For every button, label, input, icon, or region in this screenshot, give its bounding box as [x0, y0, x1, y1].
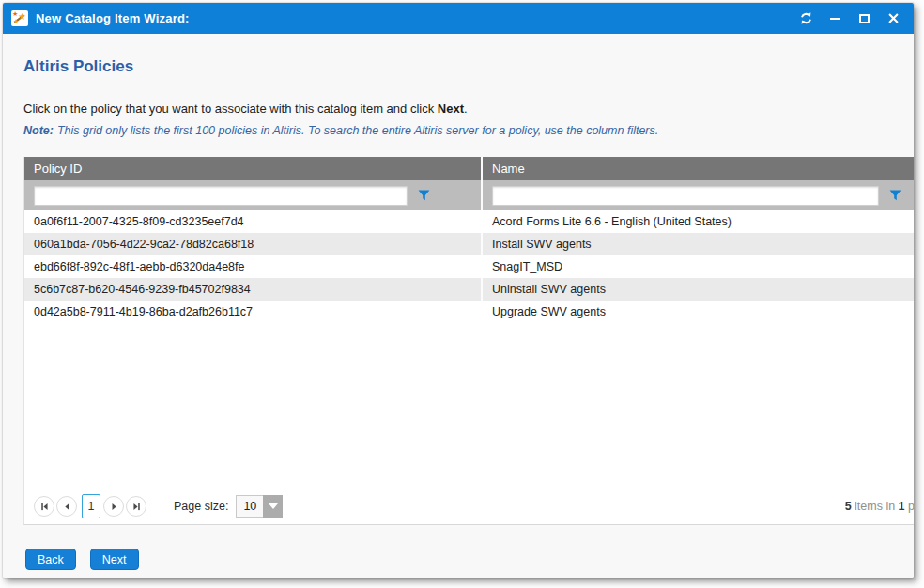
name-cell[interactable]: Acord Forms Lite 6.6 - English (United S…: [483, 210, 914, 233]
last-page-icon: [132, 503, 141, 511]
page-size-select[interactable]: 10: [236, 495, 283, 518]
pages-count: 1: [899, 500, 905, 513]
page-size-label: Page size:: [174, 500, 228, 513]
star-glyph: ★: [12, 10, 18, 17]
next-page-icon: [110, 503, 118, 511]
name-cell[interactable]: Upgrade SWV agents: [483, 301, 914, 323]
note-text: Note:This grid only lists the first 100 …: [23, 124, 658, 137]
instruction-suffix: .: [464, 101, 468, 116]
policy-id-filter-input[interactable]: [34, 186, 408, 206]
policy-id-cell[interactable]: ebd66f8f-892c-48f1-aebb-d6320da4e8fe: [24, 255, 483, 278]
policies-grid: Policy ID Name: [23, 157, 914, 525]
maximize-button[interactable]: [850, 3, 879, 34]
refresh-button[interactable]: [792, 3, 821, 34]
note-body: This grid only lists the first 100 polic…: [57, 124, 658, 137]
name-cell[interactable]: Install SWV agents: [483, 233, 914, 255]
screenshot-stage: ★ ★ ★ New Catalog Item Wizard:: [0, 0, 924, 588]
policy-id-cell[interactable]: 5c6b7c87-b620-4546-9239-fb45702f9834: [24, 278, 483, 301]
minimize-icon: [830, 18, 840, 20]
maximize-icon: [859, 14, 870, 23]
name-filter-input[interactable]: [492, 186, 879, 206]
first-page-icon: [40, 503, 49, 511]
policy-id-cell[interactable]: 0a0f6f11-2007-4325-8f09-cd3235eef7d4: [24, 210, 483, 233]
grid-pager: 1: [24, 488, 914, 524]
table-row[interactable]: 5c6b7c87-b620-4546-9239-fb45702f9834 Uni…: [24, 278, 914, 301]
policy-id-filter-button[interactable]: [418, 190, 430, 201]
policy-id-cell[interactable]: 0d42a5b8-7911-4b19-86ba-d2afb26b11c7: [24, 301, 483, 323]
pager-info-text: 5 items in 1 p: [845, 500, 914, 513]
note-label: Note:: [23, 124, 54, 137]
title-bar: ★ ★ ★ New Catalog Item Wizard:: [3, 3, 914, 34]
page-size-value: 10: [236, 495, 263, 518]
grid-empty-space: [24, 323, 914, 488]
close-button[interactable]: [879, 3, 908, 34]
wizard-app-icon: ★ ★ ★: [11, 10, 28, 26]
current-page-indicator[interactable]: 1: [82, 494, 100, 518]
table-row[interactable]: 060a1bda-7056-4d22-9ca2-78d82ca68f18 Ins…: [24, 233, 914, 255]
chevron-down-icon: [269, 503, 278, 509]
window-title: New Catalog Item Wizard:: [36, 11, 190, 25]
grid-filter-row: [24, 180, 914, 210]
star-glyph: ★: [13, 18, 19, 24]
items-count: 5: [845, 500, 852, 513]
close-icon: [888, 13, 899, 23]
items-text: items in: [852, 500, 899, 513]
prev-page-button[interactable]: [56, 496, 77, 517]
name-filter-cell: [483, 180, 914, 210]
filter-funnel-icon: [418, 190, 430, 201]
wizard-footer: Back Next: [25, 549, 139, 570]
window-controls: [792, 3, 908, 34]
table-row[interactable]: 0d42a5b8-7911-4b19-86ba-d2afb26b11c7 Upg…: [24, 301, 914, 323]
refresh-icon: [799, 11, 813, 25]
wizard-content: Altiris Policies Click on the policy tha…: [3, 34, 914, 578]
table-row[interactable]: ebd66f8f-892c-48f1-aebb-d6320da4e8fe Sna…: [24, 255, 914, 278]
wizard-window: ★ ★ ★ New Catalog Item Wizard:: [3, 3, 914, 578]
star-glyph: ★: [18, 12, 26, 22]
grid-body: 0a0f6f11-2007-4325-8f09-cd3235eef7d4 Aco…: [24, 210, 914, 488]
instruction-text: Click on the policy that you want to ass…: [23, 101, 468, 116]
filter-funnel-icon: [889, 190, 901, 201]
prev-page-icon: [63, 503, 71, 511]
policy-id-filter-cell: [24, 180, 481, 210]
next-button[interactable]: Next: [90, 549, 139, 570]
name-cell[interactable]: SnagIT_MSD: [483, 255, 914, 278]
grid-header-row: Policy ID Name: [24, 157, 914, 180]
policy-id-cell[interactable]: 060a1bda-7056-4d22-9ca2-78d82ca68f18: [24, 233, 483, 255]
name-cell[interactable]: Uninstall SWV agents: [483, 278, 914, 301]
page-title: Altiris Policies: [23, 57, 133, 76]
name-filter-button[interactable]: [889, 190, 901, 201]
instruction-bold: Next: [438, 101, 464, 116]
next-page-button[interactable]: [103, 496, 124, 517]
back-button[interactable]: Back: [25, 549, 76, 570]
page-size-dropdown-button[interactable]: [263, 495, 283, 518]
pages-text: p: [905, 500, 914, 513]
table-row[interactable]: 0a0f6f11-2007-4325-8f09-cd3235eef7d4 Aco…: [24, 210, 914, 233]
first-page-button[interactable]: [34, 496, 54, 517]
column-header-name[interactable]: Name: [483, 157, 914, 180]
column-header-policy-id[interactable]: Policy ID: [24, 157, 481, 180]
minimize-button[interactable]: [821, 3, 850, 34]
instruction-prefix: Click on the policy that you want to ass…: [23, 101, 438, 116]
last-page-button[interactable]: [126, 496, 146, 517]
